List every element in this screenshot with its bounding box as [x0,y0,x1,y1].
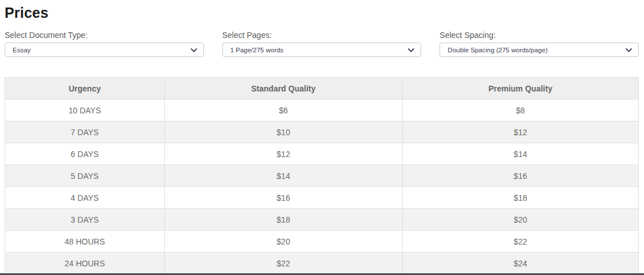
pages-select[interactable]: 1 Page/275 words [222,43,422,57]
standard-quality-cell: $10 [164,121,402,143]
table-row: 7 DAYS$10$12 [5,121,639,143]
urgency-cell: 7 DAYS [5,121,165,143]
urgency-cell: 6 DAYS [5,143,165,165]
urgency-cell: 24 HOURS [5,253,165,274]
premium-quality-cell: $16 [402,165,638,187]
table-row: 10 DAYS$6$8 [5,100,639,121]
document-type-select[interactable]: Essay [5,43,204,57]
premium-quality-cell: $22 [402,231,638,253]
premium-quality-cell: $8 [402,100,638,121]
urgency-header-cell: Urgency [5,78,165,100]
urgency-cell: 3 DAYS [5,209,165,231]
table-row: 24 HOURS$22$24 [5,253,639,274]
table-row: 6 DAYS$12$14 [5,143,639,165]
standard-quality-cell: $14 [164,165,402,187]
standard-quality-cell: $18 [164,209,402,231]
prices-table-head: Urgency Standard Quality Premium Quality [5,78,639,100]
urgency-cell: 48 HOURS [5,231,165,253]
table-row: 4 DAYS$16$18 [5,187,639,209]
standard-quality-cell: $6 [164,100,402,121]
premium-quality-cell: $18 [402,187,638,209]
premium-quality-cell: $20 [402,209,638,231]
urgency-cell: 4 DAYS [5,187,165,209]
prices-page: Prices Select Document Type: Essay Selec… [0,0,644,274]
premium-quality-cell: $12 [402,121,638,143]
premium-quality-cell: $14 [402,143,638,165]
standard-quality-cell: $20 [164,231,402,253]
document-type-label: Select Document Type: [5,30,204,40]
filter-spacing: Select Spacing: Double Spacing (275 word… [439,30,639,57]
filter-pages: Select Pages: 1 Page/275 words [222,30,422,57]
table-row: 3 DAYS$18$20 [5,209,639,231]
price-table-body: 10 DAYS$6$87 DAYS$10$126 DAYS$12$145 DAY… [5,100,639,274]
standard-quality-cell: $12 [164,143,402,165]
page-title: Prices [5,5,639,21]
premium-quality-cell: $24 [402,253,638,274]
urgency-cell: 5 DAYS [5,165,165,187]
table-row: 5 DAYS$14$16 [5,165,639,187]
pages-label: Select Pages: [222,30,422,40]
prices-table: Urgency Standard Quality Premium Quality… [5,77,639,274]
standard-quality-cell: $16 [164,187,402,209]
table-header-row: Urgency Standard Quality Premium Quality [5,78,639,100]
urgency-cell: 10 DAYS [5,100,165,121]
standard-quality-cell: $22 [164,253,402,274]
premium-quality-header-cell: Premium Quality [402,78,638,100]
spacing-label: Select Spacing: [439,30,639,40]
standard-quality-header-cell: Standard Quality [164,78,402,100]
filters-row: Select Document Type: Essay Select Pages… [5,30,639,57]
spacing-select[interactable]: Double Spacing (275 words/page) [439,43,639,57]
table-row: 48 HOURS$20$22 [5,231,639,253]
filter-document-type: Select Document Type: Essay [5,30,204,57]
